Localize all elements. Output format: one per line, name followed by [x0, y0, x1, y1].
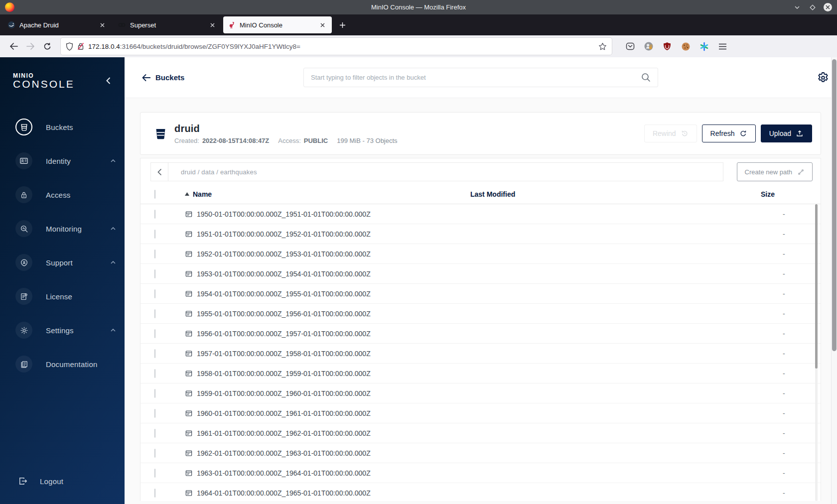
- table-row[interactable]: 1962-01-01T00:00:00.000Z_1963-01-01T00:0…: [140, 443, 821, 463]
- row-checkbox[interactable]: [154, 349, 155, 358]
- window-minimize-icon[interactable]: [793, 3, 802, 12]
- tab-label: MinIO Console: [240, 21, 317, 29]
- back-icon[interactable]: [6, 39, 21, 54]
- row-checkbox[interactable]: [154, 469, 155, 478]
- reload-icon[interactable]: [40, 39, 55, 54]
- row-checkbox[interactable]: [154, 389, 155, 398]
- extension-asterisk-icon[interactable]: [698, 41, 709, 52]
- object-size: -: [761, 330, 821, 338]
- table-row[interactable]: 1950-01-01T00:00:00.000Z_1951-01-01T00:0…: [140, 204, 821, 224]
- sidebar-item-settings[interactable]: Settings: [0, 313, 125, 347]
- table-row[interactable]: 1951-01-01T00:00:00.000Z_1952-01-01T00:0…: [140, 224, 821, 244]
- rewind-button[interactable]: Rewind: [644, 125, 697, 142]
- insecure-lock-icon[interactable]: [77, 42, 84, 50]
- refresh-button[interactable]: Refresh: [702, 125, 756, 142]
- breadcrumb-back-icon[interactable]: [151, 163, 168, 181]
- tab-close-icon[interactable]: [317, 20, 327, 30]
- chevron-up-icon[interactable]: [111, 159, 116, 162]
- bookmark-star-icon[interactable]: [598, 42, 607, 51]
- table-row[interactable]: 1961-01-01T00:00:00.000Z_1962-01-01T00:0…: [140, 423, 821, 443]
- object-filter-search[interactable]: [303, 68, 658, 87]
- tab-apache-druid[interactable]: Apache Druid: [3, 16, 112, 33]
- table-row[interactable]: 1955-01-01T00:00:00.000Z_1956-01-01T00:0…: [140, 304, 821, 324]
- tab-minio-console[interactable]: MinIO Console: [223, 16, 332, 33]
- object-name: 1952-01-01T00:00:00.000Z_1953-01-01T00:0…: [197, 250, 371, 258]
- ublock-icon[interactable]: [662, 41, 673, 52]
- sidebar-item-documentation[interactable]: Documentation: [0, 347, 125, 381]
- menu-icon[interactable]: [717, 41, 728, 52]
- row-checkbox[interactable]: [154, 269, 155, 278]
- table-row[interactable]: 1959-01-01T00:00:00.000Z_1960-01-01T00:0…: [140, 383, 821, 403]
- page-scrollbar-thumb[interactable]: [832, 59, 837, 351]
- settings-gear-icon[interactable]: [817, 71, 830, 84]
- column-header-name[interactable]: Name: [178, 190, 470, 198]
- object-file-icon: [185, 449, 193, 457]
- breadcrumb[interactable]: druid / data / earthquakes: [168, 168, 257, 176]
- table-row[interactable]: 1963-01-01T00:00:00.000Z_1964-01-01T00:0…: [140, 463, 821, 483]
- search-input[interactable]: [311, 74, 641, 81]
- new-tab-icon[interactable]: [336, 18, 349, 31]
- row-checkbox[interactable]: [154, 489, 155, 498]
- table-row[interactable]: 1954-01-01T00:00:00.000Z_1955-01-01T00:0…: [140, 284, 821, 304]
- row-checkbox[interactable]: [154, 369, 155, 378]
- sidebar-item-support[interactable]: Support: [0, 246, 125, 279]
- list-scrollbar-thumb[interactable]: [815, 204, 818, 369]
- table-row[interactable]: 1960-01-01T00:00:00.000Z_1961-01-01T00:0…: [140, 403, 821, 423]
- forward-icon[interactable]: [23, 39, 38, 54]
- sidebar-item-license[interactable]: License: [0, 279, 125, 313]
- tracking-shield-icon[interactable]: [66, 42, 73, 51]
- minio-flamingo-icon: [228, 21, 236, 29]
- object-name: 1961-01-01T00:00:00.000Z_1962-01-01T00:0…: [197, 429, 371, 437]
- url-bar[interactable]: 172.18.0.4:31664/buckets/druid/browse/ZG…: [61, 38, 612, 55]
- table-row[interactable]: 1952-01-01T00:00:00.000Z_1953-01-01T00:0…: [140, 244, 821, 264]
- sidebar-item-logout[interactable]: Logout: [0, 471, 125, 491]
- object-file-icon: [185, 250, 193, 258]
- row-checkbox[interactable]: [154, 449, 155, 458]
- table-row[interactable]: 1956-01-01T00:00:00.000Z_1957-01-01T00:0…: [140, 324, 821, 344]
- object-size: -: [761, 389, 821, 397]
- sidebar-item-identity[interactable]: Identity: [0, 144, 125, 178]
- column-header-modified[interactable]: Last Modified: [470, 190, 761, 198]
- sidebar-item-monitoring[interactable]: Monitoring: [0, 212, 125, 246]
- row-checkbox[interactable]: [154, 409, 155, 418]
- window-maximize-icon[interactable]: [808, 3, 817, 12]
- firefox-icon: [5, 2, 14, 12]
- tab-close-icon[interactable]: [207, 20, 217, 30]
- table-row[interactable]: 1964-01-01T00:00:00.000Z_1965-01-01T00:0…: [140, 483, 821, 501]
- row-checkbox[interactable]: [154, 210, 155, 219]
- row-checkbox[interactable]: [154, 230, 155, 239]
- object-size: -: [761, 469, 821, 477]
- upload-button[interactable]: Upload: [761, 125, 812, 142]
- table-row[interactable]: 1953-01-01T00:00:00.000Z_1954-01-01T00:0…: [140, 264, 821, 284]
- chevron-up-icon[interactable]: [111, 329, 116, 332]
- upload-icon: [796, 129, 804, 137]
- column-header-size[interactable]: Size: [761, 190, 821, 198]
- row-checkbox[interactable]: [154, 429, 155, 438]
- privacy-extension-icon[interactable]: [643, 41, 654, 52]
- url-text[interactable]: 172.18.0.4:31664/buckets/druid/browse/ZG…: [88, 43, 594, 50]
- select-all-checkbox[interactable]: [154, 190, 155, 199]
- object-name: 1958-01-01T00:00:00.000Z_1959-01-01T00:0…: [197, 370, 371, 378]
- tab-close-icon[interactable]: [97, 20, 107, 30]
- pocket-icon[interactable]: [625, 41, 636, 52]
- create-new-path-button[interactable]: Create new path: [737, 162, 813, 181]
- table-row[interactable]: 1957-01-01T00:00:00.000Z_1958-01-01T00:0…: [140, 344, 821, 364]
- row-checkbox[interactable]: [154, 329, 155, 338]
- tab-superset[interactable]: Superset: [113, 16, 222, 33]
- row-checkbox[interactable]: [154, 309, 155, 318]
- chevron-up-icon[interactable]: [111, 261, 116, 264]
- sidebar-item-access[interactable]: Access: [0, 178, 125, 212]
- sidebar-item-label: Support: [46, 258, 73, 267]
- sidebar-item-buckets[interactable]: Buckets: [0, 110, 125, 144]
- license-icon: [15, 288, 32, 305]
- sidebar-collapse-icon[interactable]: [106, 77, 111, 84]
- object-name: 1957-01-01T00:00:00.000Z_1958-01-01T00:0…: [197, 350, 371, 358]
- row-checkbox[interactable]: [154, 250, 155, 258]
- table-row[interactable]: 1958-01-01T00:00:00.000Z_1959-01-01T00:0…: [140, 364, 821, 383]
- cookie-extension-icon[interactable]: [680, 41, 691, 52]
- chevron-up-icon[interactable]: [111, 227, 116, 230]
- back-to-buckets-link[interactable]: Buckets: [142, 73, 184, 82]
- window-close-icon[interactable]: [824, 3, 832, 11]
- row-checkbox[interactable]: [154, 289, 155, 298]
- created-value: 2022-08-15T14:08:47Z: [202, 137, 269, 144]
